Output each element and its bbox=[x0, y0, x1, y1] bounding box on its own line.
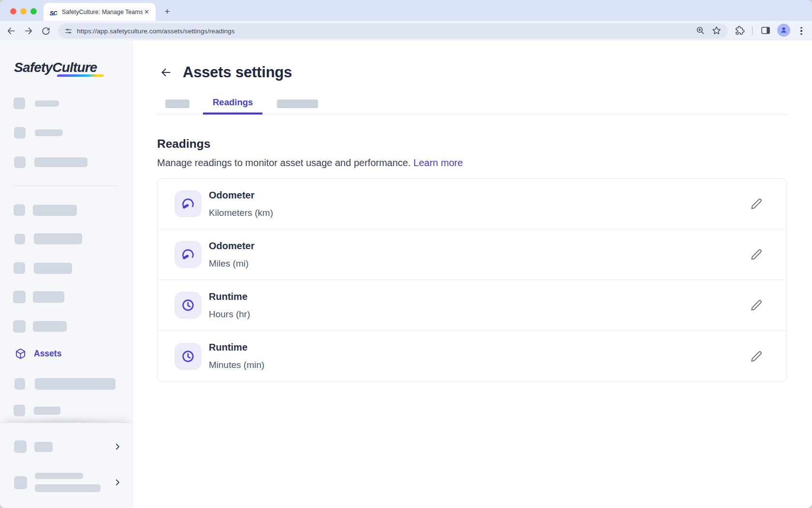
readings-list: Odometer Kilometers (km) Odometer bbox=[157, 178, 787, 382]
edit-pencil-button[interactable] bbox=[750, 198, 763, 210]
edit-pencil-button[interactable] bbox=[750, 248, 763, 261]
browser-menu-icon[interactable] bbox=[798, 25, 805, 37]
reading-row: Odometer Kilometers (km) bbox=[158, 179, 786, 229]
page-title: Assets settings bbox=[183, 64, 292, 81]
sidebar: SafetyCulture bbox=[0, 41, 132, 508]
reading-name: Odometer bbox=[209, 240, 750, 252]
reading-row: Odometer Miles (mi) bbox=[158, 229, 786, 280]
reading-name: Runtime bbox=[209, 342, 750, 353]
close-window-button[interactable] bbox=[10, 8, 16, 14]
side-panel-icon[interactable] bbox=[760, 25, 772, 37]
zoom-window-button[interactable] bbox=[30, 8, 37, 14]
forward-icon[interactable] bbox=[22, 25, 34, 37]
browser-toolbar: https://app.safetyculture.com/assets/set… bbox=[0, 21, 812, 41]
browser-window: SC SafetyCulture: Manage Teams and... ✕ … bbox=[0, 0, 812, 508]
reading-name: Runtime bbox=[209, 291, 750, 302]
minimize-window-button[interactable] bbox=[20, 8, 27, 14]
sidebar-skeleton-item bbox=[13, 291, 64, 303]
back-icon[interactable] bbox=[5, 25, 17, 37]
reading-row: Runtime Minutes (min) bbox=[158, 331, 786, 381]
reading-unit: Miles (mi) bbox=[209, 258, 750, 269]
reading-row: Runtime Hours (hr) bbox=[158, 280, 786, 331]
clock-icon bbox=[174, 343, 202, 370]
new-tab-button[interactable]: + bbox=[161, 6, 173, 18]
sidebar-skeleton-item bbox=[14, 98, 59, 109]
sidebar-divider bbox=[14, 185, 118, 186]
address-bar[interactable]: https://app.safetyculture.com/assets/set… bbox=[58, 23, 727, 39]
gauge-icon bbox=[174, 190, 202, 217]
sidebar-skeleton-item bbox=[13, 320, 67, 333]
tab-skeleton[interactable] bbox=[165, 99, 189, 108]
sidebar-item-label: Assets bbox=[34, 349, 61, 359]
sidebar-bottom-item[interactable] bbox=[14, 440, 122, 453]
chevron-right-icon bbox=[113, 442, 122, 451]
extensions-icon[interactable] bbox=[734, 25, 746, 37]
edit-pencil-button[interactable] bbox=[750, 299, 763, 311]
cube-icon bbox=[15, 348, 26, 359]
sidebar-item-assets[interactable]: Assets bbox=[15, 348, 61, 359]
reading-name: Odometer bbox=[209, 190, 750, 201]
reading-unit: Minutes (min) bbox=[209, 360, 750, 370]
sidebar-skeleton-item bbox=[14, 156, 87, 168]
reading-unit: Kilometers (km) bbox=[209, 208, 750, 218]
tab-skeleton[interactable] bbox=[277, 99, 318, 108]
toolbar-separator bbox=[752, 27, 753, 35]
safetyculture-favicon-icon: SC bbox=[50, 8, 58, 16]
sidebar-bottom-panel bbox=[0, 423, 132, 508]
sidebar-skeleton-item bbox=[14, 262, 72, 274]
tab-close-icon[interactable]: ✕ bbox=[143, 8, 151, 16]
sidebar-skeleton-item bbox=[14, 233, 82, 244]
browser-tabstrip: SC SafetyCulture: Manage Teams and... ✕ … bbox=[0, 0, 812, 21]
sidebar-skeleton-item bbox=[14, 204, 77, 216]
tab-readings[interactable]: Readings bbox=[203, 97, 262, 114]
settings-tabs: Readings bbox=[157, 98, 788, 115]
main-content: Assets settings Readings Readings Manage… bbox=[132, 41, 812, 508]
url-text[interactable]: https://app.safetyculture.com/assets/set… bbox=[77, 28, 235, 35]
bookmark-star-icon[interactable] bbox=[711, 26, 722, 36]
sidebar-skeleton-item bbox=[14, 127, 63, 139]
section-description: Manage readings to monitor asset usage a… bbox=[157, 157, 788, 169]
learn-more-link[interactable]: Learn more bbox=[413, 157, 463, 168]
site-settings-icon[interactable] bbox=[64, 27, 72, 35]
logo-gradient-underline bbox=[57, 74, 104, 77]
safetyculture-logo: SafetyCulture bbox=[14, 60, 111, 78]
zoom-page-icon[interactable] bbox=[696, 26, 706, 36]
chevron-right-icon bbox=[113, 478, 122, 487]
section-heading: Readings bbox=[157, 137, 788, 151]
reading-unit: Hours (hr) bbox=[209, 309, 750, 320]
reload-icon[interactable] bbox=[40, 25, 52, 37]
gauge-icon bbox=[174, 241, 202, 268]
browser-tab[interactable]: SC SafetyCulture: Manage Teams and... ✕ bbox=[44, 3, 156, 21]
clock-icon bbox=[174, 292, 202, 319]
sidebar-bottom-item[interactable] bbox=[14, 473, 122, 492]
sidebar-scroll-fade bbox=[0, 410, 132, 423]
edit-pencil-button[interactable] bbox=[750, 350, 763, 363]
back-arrow-button[interactable] bbox=[159, 65, 173, 80]
sidebar-skeleton-item bbox=[14, 378, 116, 390]
tab-title: SafetyCulture: Manage Teams and... bbox=[62, 9, 143, 15]
profile-avatar[interactable] bbox=[777, 24, 790, 37]
